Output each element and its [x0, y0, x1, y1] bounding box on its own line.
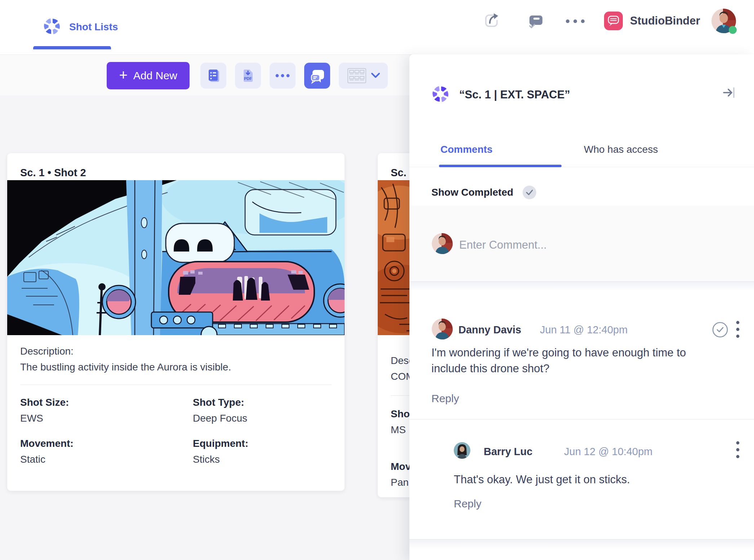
comment-input-section [409, 206, 754, 281]
shot-notes-icon [205, 68, 221, 84]
shot-type-label: Shot Type: [193, 397, 244, 408]
user-avatar[interactable] [711, 9, 736, 33]
shot-card-sc1-shot2[interactable]: Sc. 1 • Shot 2 [7, 153, 345, 491]
show-completed-row: Show Completed [431, 186, 536, 199]
movement-value: Static [20, 454, 45, 465]
tab-who-has-access[interactable]: Who has access [584, 144, 658, 155]
collapse-panel-icon[interactable] [721, 85, 737, 101]
storyboard-image-blue [7, 180, 345, 335]
active-tab-underline [439, 165, 562, 167]
shot-type-value: Deep Focus [193, 413, 247, 424]
feedback-chat-icon[interactable] [527, 13, 544, 30]
tab-comments[interactable]: Comments [440, 144, 493, 155]
shot-notes-button[interactable] [200, 63, 226, 89]
chevron-down-icon [371, 72, 380, 79]
card-divider [20, 385, 332, 385]
comments-icon [309, 67, 325, 84]
tab-shot-lists-label: Shot Lists [69, 21, 118, 33]
export-pdf-button[interactable]: PDF [235, 63, 261, 89]
more-ellipsis-icon [275, 74, 290, 77]
reply-link[interactable]: Reply [454, 498, 482, 510]
more-ellipsis-icon[interactable] [565, 19, 585, 24]
commenter-avatar [454, 442, 470, 459]
comments-button-active[interactable] [304, 63, 330, 89]
brand-speech-bubble-icon [604, 12, 623, 30]
equipment-label: Equipment: [193, 438, 248, 449]
section-fade [409, 539, 754, 549]
section-fade [409, 282, 754, 291]
comment-input[interactable] [458, 237, 719, 253]
add-new-button[interactable]: + Add New [107, 62, 190, 89]
comment-text: That's okay. We just get it on sticks. [454, 472, 746, 488]
kebab-menu-icon[interactable] [736, 320, 740, 339]
brand: StudioBinder [604, 12, 700, 30]
layout-grid-icon [346, 67, 367, 84]
shot-size-label: Shot Size: [20, 397, 69, 408]
show-completed-toggle[interactable] [523, 186, 536, 199]
active-tab-underline [33, 46, 111, 49]
commenter-name: Danny Davis [458, 324, 521, 336]
movement-value: Pan [391, 477, 409, 488]
pdf-export-icon: PDF [240, 68, 256, 84]
commenter-avatar [432, 319, 453, 339]
comment-divider [409, 419, 754, 419]
comment-text: I'm wondering if we're going to have eno… [431, 345, 724, 377]
svg-text:PDF: PDF [244, 76, 252, 81]
shot-card-title: Sc. 1 • Shot 2 [20, 167, 86, 179]
check-icon [525, 189, 533, 196]
brand-name: StudioBinder [630, 14, 700, 27]
shot-size-value: EWS [20, 413, 43, 424]
show-completed-label: Show Completed [431, 187, 513, 198]
equipment-value: Sticks [193, 454, 220, 465]
reply-link[interactable]: Reply [431, 392, 459, 405]
shot-list-toolbar: + Add New PDF [0, 55, 409, 95]
online-status-dot [729, 26, 737, 34]
movement-label: Movement: [20, 438, 74, 449]
top-bar: Shot Lists [0, 0, 754, 55]
layout-selector-button[interactable] [339, 63, 388, 89]
resolve-check-icon[interactable] [712, 321, 728, 338]
shot-card-title: Sc. [391, 167, 407, 179]
panel-title: “Sc. 1 | EXT. SPACE” [459, 88, 570, 101]
comment-timestamp: Jun 12 @ 10:40pm [564, 446, 652, 458]
description-label: Description: [20, 346, 74, 357]
shot-size-value: MS [391, 424, 406, 436]
aperture-logo-icon [43, 18, 61, 36]
current-user-avatar [432, 233, 453, 254]
aperture-scene-icon [432, 85, 449, 103]
description-text: The bustling activity inside the Aurora … [20, 361, 231, 373]
share-icon[interactable] [483, 12, 500, 29]
kebab-menu-icon[interactable] [736, 441, 740, 459]
comment-timestamp: Jun 11 @ 12:40pm [540, 324, 627, 336]
commenter-name: Barry Luc [484, 446, 532, 458]
plus-icon: + [119, 68, 127, 82]
shot-lists-page: Shot Lists [0, 0, 754, 560]
comments-panel: “Sc. 1 | EXT. SPACE” Comments Who has ac… [409, 54, 754, 560]
toolbar-more-button[interactable] [270, 63, 296, 89]
